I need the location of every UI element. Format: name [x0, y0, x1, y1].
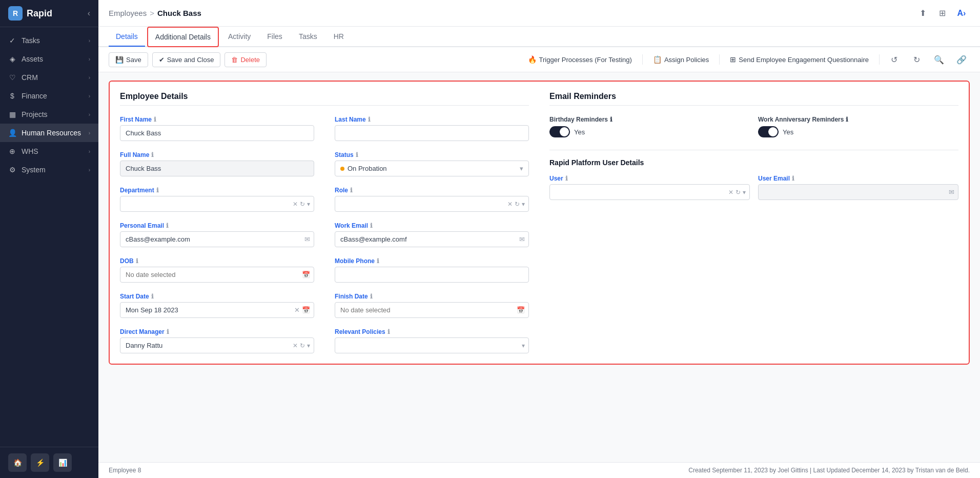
- delete-button[interactable]: 🗑 Delete: [224, 52, 267, 67]
- user-chevron-icon[interactable]: ▾: [743, 189, 746, 196]
- user-clear-icon[interactable]: ✕: [728, 189, 733, 196]
- relevant-policies-info-icon[interactable]: ℹ: [387, 328, 390, 335]
- direct-manager-clear-icon[interactable]: ✕: [293, 342, 298, 349]
- mobile-phone-input[interactable]: [335, 267, 529, 283]
- user-email-mail-icon[interactable]: ✉: [949, 188, 954, 196]
- start-date-wrapper: ✕ 📅: [120, 302, 314, 318]
- workflow-button[interactable]: ⚡: [31, 453, 49, 472]
- start-date-clear-icon[interactable]: ✕: [294, 306, 300, 314]
- department-input[interactable]: [120, 196, 314, 212]
- breadcrumb-parent[interactable]: Employees: [109, 9, 147, 17]
- toolbar: 💾 Save ✔ Save and Close 🗑 Delete 🔥 Trigg…: [98, 47, 980, 72]
- tab-hr[interactable]: HR: [326, 27, 351, 47]
- role-group: Role ℹ ✕ ↻ ▾: [335, 187, 529, 212]
- role-input[interactable]: [335, 196, 529, 212]
- trigger-processes-button[interactable]: 🔥 Trigger Processes (For Testing): [524, 53, 636, 66]
- user-email-input[interactable]: [758, 184, 958, 200]
- finish-date-calendar-icon[interactable]: 📅: [517, 306, 525, 314]
- department-refresh-icon[interactable]: ↻: [300, 201, 305, 208]
- anniversary-toggle[interactable]: [758, 126, 779, 137]
- tab-tasks[interactable]: Tasks: [292, 27, 324, 47]
- department-clear-icon[interactable]: ✕: [293, 201, 298, 208]
- work-email-input[interactable]: [335, 231, 529, 247]
- full-name-info-icon[interactable]: ℹ: [151, 151, 154, 158]
- sidebar-item-human-resources[interactable]: 👤 Human Resources ›: [0, 124, 98, 142]
- first-name-input[interactable]: [120, 125, 314, 141]
- tab-additional-details[interactable]: Additional Details: [147, 27, 219, 47]
- dob-calendar-icon[interactable]: 📅: [302, 271, 310, 278]
- last-name-label: Last Name ℹ: [335, 116, 529, 123]
- status-select[interactable]: On Probation ▾: [335, 161, 529, 176]
- link-button[interactable]: 🔗: [953, 51, 970, 68]
- finish-date-info-icon[interactable]: ℹ: [370, 293, 373, 300]
- dob-input[interactable]: [120, 267, 314, 283]
- tabs-bar: Details Additional Details Activity File…: [98, 27, 980, 47]
- sidebar-item-whs[interactable]: ⊕ WHS ›: [0, 142, 98, 161]
- first-name-info-icon[interactable]: ℹ: [154, 116, 156, 123]
- anniversary-info-icon[interactable]: ℹ: [846, 116, 848, 123]
- sidebar-item-crm[interactable]: ♡ CRM ›: [0, 68, 98, 87]
- role-chevron-icon[interactable]: ▾: [522, 201, 525, 208]
- tasks-icon: ✓: [8, 36, 16, 45]
- personal-email-icon[interactable]: ✉: [304, 235, 310, 243]
- sidebar-collapse-button[interactable]: ‹: [88, 9, 90, 18]
- start-date-calendar-icon[interactable]: 📅: [302, 306, 310, 314]
- tab-activity[interactable]: Activity: [221, 27, 258, 47]
- sidebar-item-finance[interactable]: $ Finance ›: [0, 87, 98, 105]
- direct-manager-input[interactable]: [120, 337, 314, 353]
- search-button[interactable]: 🔍: [931, 51, 947, 68]
- user-input[interactable]: [549, 184, 750, 200]
- relevant-policies-input[interactable]: [335, 337, 529, 353]
- department-label: Department ℹ: [120, 187, 314, 194]
- birthday-toggle[interactable]: [549, 126, 570, 137]
- start-date-info-icon[interactable]: ℹ: [151, 293, 154, 300]
- birthday-info-icon[interactable]: ℹ: [610, 116, 612, 123]
- chart-button[interactable]: 📊: [53, 453, 72, 472]
- employee-form-grid: First Name ℹ Last Name ℹ: [120, 116, 529, 353]
- sidebar-item-label: WHS: [22, 147, 84, 155]
- start-date-input[interactable]: [120, 302, 314, 318]
- main-content: Employees > Chuck Bass ⬆ ⊞ A› Details Ad…: [98, 0, 980, 478]
- work-email-info-icon[interactable]: ℹ: [370, 222, 373, 229]
- department-info-icon[interactable]: ℹ: [156, 187, 159, 194]
- user-icon-button[interactable]: A›: [953, 5, 970, 22]
- role-refresh-icon[interactable]: ↻: [515, 201, 520, 208]
- tab-details[interactable]: Details: [109, 27, 145, 47]
- sidebar-item-projects[interactable]: ▦ Projects ›: [0, 105, 98, 124]
- trigger-label: Trigger Processes (For Testing): [539, 56, 632, 64]
- refresh-button[interactable]: ↻: [908, 51, 925, 68]
- assign-policies-button[interactable]: 📋 Assign Policies: [649, 53, 713, 66]
- history-button[interactable]: ↺: [886, 51, 902, 68]
- direct-manager-refresh-icon[interactable]: ↻: [300, 342, 305, 349]
- save-and-close-button[interactable]: ✔ Save and Close: [152, 52, 221, 67]
- last-name-input[interactable]: [335, 125, 529, 141]
- role-info-icon[interactable]: ℹ: [350, 187, 353, 194]
- dob-info-icon[interactable]: ℹ: [136, 257, 138, 265]
- finish-date-input[interactable]: [335, 302, 529, 318]
- full-name-input[interactable]: [120, 161, 314, 176]
- personal-email-input[interactable]: [120, 231, 314, 247]
- upload-icon-button[interactable]: ⬆: [914, 5, 931, 22]
- work-email-icon[interactable]: ✉: [519, 235, 525, 243]
- status-value: On Probation: [348, 165, 517, 172]
- user-refresh-icon[interactable]: ↻: [736, 189, 741, 196]
- status-info-icon[interactable]: ℹ: [356, 151, 358, 158]
- relevant-policies-chevron-icon[interactable]: ▾: [522, 342, 525, 349]
- save-button[interactable]: 💾 Save: [109, 52, 148, 67]
- personal-email-info-icon[interactable]: ℹ: [166, 222, 169, 229]
- home-button[interactable]: 🏠: [8, 453, 27, 472]
- mobile-phone-info-icon[interactable]: ℹ: [377, 257, 379, 265]
- direct-manager-info-icon[interactable]: ℹ: [167, 328, 169, 335]
- tab-files[interactable]: Files: [260, 27, 290, 47]
- last-name-info-icon[interactable]: ℹ: [368, 116, 371, 123]
- user-info-icon[interactable]: ℹ: [565, 175, 568, 182]
- role-clear-icon[interactable]: ✕: [507, 201, 513, 208]
- direct-manager-chevron-icon[interactable]: ▾: [307, 342, 310, 349]
- sidebar-item-system[interactable]: ⚙ System ›: [0, 161, 98, 179]
- grid-icon-button[interactable]: ⊞: [934, 5, 950, 22]
- sidebar-item-assets[interactable]: ◈ Assets ›: [0, 50, 98, 68]
- sidebar-item-tasks[interactable]: ✓ Tasks ›: [0, 31, 98, 50]
- user-email-info-icon[interactable]: ℹ: [792, 175, 794, 182]
- department-chevron-icon[interactable]: ▾: [307, 201, 310, 208]
- engagement-questionnaire-button[interactable]: ⊞ Send Employee Engagement Questionnaire: [726, 53, 873, 66]
